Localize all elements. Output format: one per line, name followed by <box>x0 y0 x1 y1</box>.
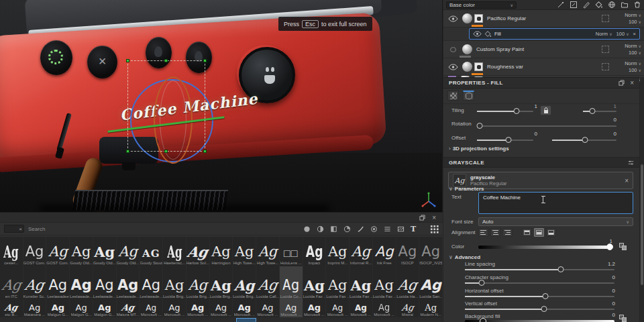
align-right-button[interactable] <box>502 228 513 237</box>
textures-filter-icon[interactable] <box>384 225 391 233</box>
font-item[interactable]: AgLucida Ha... <box>396 266 420 300</box>
font-item[interactable]: AgLeelawadee <box>46 266 70 300</box>
eye-visible-icon[interactable] <box>473 31 482 37</box>
font-item[interactable]: AgMatura MT... <box>117 300 140 317</box>
tab-projection-mode[interactable] <box>463 91 474 101</box>
channel-selector[interactable]: Base color ∨ <box>446 1 517 9</box>
blend-mode-select[interactable]: Norm ∨ <box>625 12 641 19</box>
font-item[interactable]: AGGoudy Stout <box>140 237 163 266</box>
parameters-header[interactable]: ∨Parameters <box>449 186 484 192</box>
fonts-filter-icon[interactable]: T <box>411 225 418 233</box>
color-picker-icon[interactable] <box>619 243 627 250</box>
projection-selection-rect[interactable] <box>127 60 205 152</box>
font-item[interactable]: AgLucida Fax ... <box>373 266 396 300</box>
filters-filter-icon[interactable] <box>343 225 351 233</box>
font-item[interactable]: AgMicrosoft ... <box>256 300 280 317</box>
materials-filter-icon[interactable] <box>303 225 311 233</box>
font-item[interactable]: Agen ITC <box>0 266 23 300</box>
font-item[interactable]: AgInk Free <box>373 237 396 266</box>
font-item[interactable]: AgGoudy Old... <box>117 237 140 266</box>
font-size-select[interactable]: Auto ∨ <box>478 217 633 226</box>
layer-mask-thumbnail[interactable] <box>474 62 483 71</box>
font-item[interactable]: AgLucida Fax ... <box>350 266 373 300</box>
opacity-select[interactable]: 100 ∨ <box>629 50 641 56</box>
font-item[interactable]: AgLucida Brig... <box>163 266 186 300</box>
font-item[interactable]: AgImpact <box>303 237 327 266</box>
line-spacing-slider[interactable] <box>465 269 614 270</box>
font-item[interactable]: AgMicrosoft ... <box>233 300 256 317</box>
font-item[interactable]: AgMicrosoft ... <box>280 300 303 317</box>
gizmo-handle[interactable] <box>126 150 129 153</box>
search-input[interactable]: × <box>4 225 24 233</box>
axis-gizmo-icon[interactable] <box>420 192 437 209</box>
font-item[interactable]: AgModern N... <box>419 300 443 317</box>
font-item[interactable]: AgMistral <box>396 300 420 317</box>
advanced-header[interactable]: ∨Advanced <box>449 254 480 260</box>
vertical-offset-slider[interactable] <box>465 309 614 310</box>
font-item[interactable]: AgLucida Brig... <box>210 266 233 300</box>
gizmo-handle[interactable] <box>164 150 168 153</box>
font-item[interactable]: AgMicrosoft ... <box>303 300 327 317</box>
trash-icon[interactable] <box>633 1 641 9</box>
globe-icon[interactable] <box>608 1 616 9</box>
font-item[interactable]: AgMaiandra ... <box>23 300 47 317</box>
font-item[interactable]: AgGOST Com... <box>23 237 47 266</box>
gizmo-handle[interactable] <box>164 59 168 62</box>
pen-icon[interactable] <box>557 1 565 9</box>
environments-filter-icon[interactable] <box>397 225 405 233</box>
opacity-select[interactable]: 100 ∨ <box>629 67 641 74</box>
pencil-icon[interactable] <box>582 1 590 9</box>
smart-materials-filter-icon[interactable] <box>317 225 324 233</box>
brushes-filter-icon[interactable] <box>357 225 364 233</box>
font-item[interactable]: AgLucida Brig... <box>186 266 210 300</box>
valign-top-button[interactable] <box>522 228 532 237</box>
font-item[interactable]: AgMicrosoft ... <box>373 300 396 317</box>
gizmo-handle[interactable] <box>203 59 207 62</box>
tab-material-mode[interactable] <box>447 91 459 101</box>
mask-placeholder-box[interactable] <box>602 15 609 22</box>
font-item[interactable]: AgMalgun G... <box>70 300 93 317</box>
font-item[interactable]: AgLucida Fax ... <box>326 266 350 300</box>
gizmo-handle[interactable] <box>203 150 207 153</box>
valign-middle-button[interactable] <box>534 228 544 237</box>
text-input[interactable]: Coffee Machine <box>478 192 633 214</box>
smart-masks-filter-icon[interactable] <box>330 225 337 233</box>
font-item[interactable]: AgLeelawade... <box>70 266 93 300</box>
font-item[interactable]: AgMicrosoft ... <box>140 300 163 317</box>
layer-effect-fill[interactable]: FillNorm ∨100 ∨× <box>469 28 640 40</box>
align-left-button[interactable] <box>478 228 488 237</box>
font-item[interactable]: AgLucida Brig... <box>233 266 256 300</box>
font-item[interactable]: AgMalgun G... <box>46 300 70 317</box>
font-item[interactable]: AgMicrosoft ... <box>163 300 186 317</box>
font-item[interactable]: AgHigh Towe... <box>233 237 256 266</box>
font-item[interactable]: AgLucida Call... <box>256 266 280 300</box>
remove-effect-icon[interactable]: × <box>633 31 636 37</box>
folder-icon[interactable] <box>621 1 629 9</box>
font-item[interactable]: AgHigh Towe... <box>256 237 280 266</box>
font-item[interactable]: AgLucida Fax ... <box>303 266 327 300</box>
blend-mode-select[interactable]: Norm ∨ <box>625 60 641 67</box>
font-item[interactable]: □□HoloLens ... <box>280 237 303 266</box>
font-item[interactable]: AgLucida Co... <box>280 266 303 300</box>
font-item[interactable]: AgImprint M... <box>326 237 350 266</box>
align-center-button[interactable] <box>490 228 500 237</box>
valign-bottom-button[interactable] <box>546 228 556 237</box>
font-item[interactable]: AgGOST Com... <box>46 237 70 266</box>
font-item[interactable]: AgMalgun G... <box>93 300 117 317</box>
tiling-slider-1[interactable] <box>477 111 533 112</box>
font-item[interactable]: Ageto B... <box>0 300 23 317</box>
alphas-filter-icon[interactable] <box>370 225 378 233</box>
font-item[interactable]: AgKunstler Sc... <box>23 266 47 300</box>
eye-visible-icon[interactable] <box>448 15 458 22</box>
mask-placeholder-box[interactable] <box>602 46 609 53</box>
font-item[interactable]: AgHaettensc... <box>163 237 186 266</box>
tiling-slider-2[interactable] <box>583 111 616 112</box>
font-item[interactable]: AgHarlow Sol... <box>186 237 210 266</box>
blend-mode-select[interactable]: Norm ∨ <box>625 43 641 50</box>
font-item[interactable]: AgLucida San... <box>419 266 443 300</box>
float-panel-icon[interactable] <box>619 80 625 86</box>
font-item[interactable]: AgISOCP_IV25 <box>419 237 443 266</box>
eye-visible-icon[interactable] <box>448 64 458 70</box>
remove-resource-icon[interactable]: × <box>625 177 629 184</box>
float-panel-icon[interactable] <box>419 215 425 221</box>
